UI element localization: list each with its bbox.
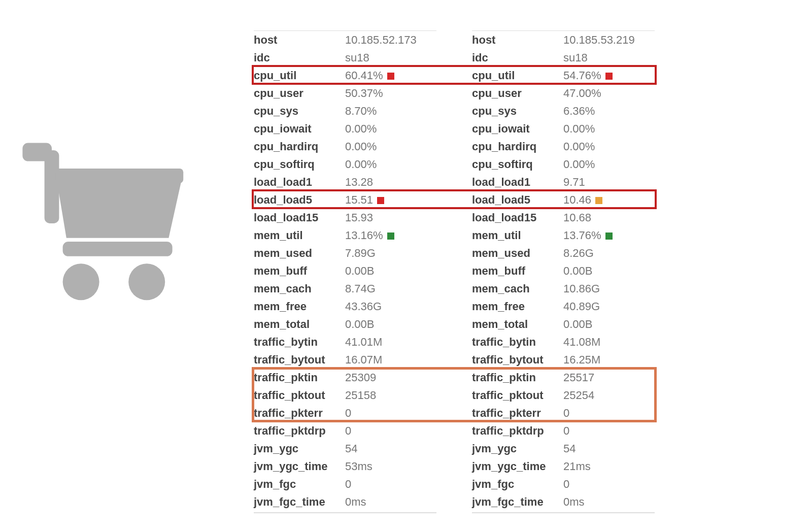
- metric-value-text: 0.00%: [563, 140, 595, 153]
- metric-value: 0.00%: [563, 159, 655, 170]
- metric-value: 10.46: [563, 194, 655, 206]
- status-swatch-icon: [387, 73, 394, 80]
- metric-value: 54: [563, 443, 655, 454]
- metric-row: jvm_fgc_time0ms: [472, 493, 655, 511]
- column-underline: [254, 512, 436, 513]
- metric-key: mem_free: [472, 301, 563, 312]
- metric-row: mem_buff0.00B: [472, 262, 655, 280]
- metric-value-text: 21ms: [563, 460, 591, 473]
- metric-key: traffic_pktin: [254, 372, 345, 383]
- metric-value-text: 10.185.53.219: [563, 34, 635, 46]
- metric-key: idc: [472, 52, 563, 63]
- metric-value-text: 0.00%: [345, 122, 377, 135]
- metric-key: cpu_softirq: [472, 159, 563, 170]
- metric-key: jvm_fgc_time: [472, 496, 563, 508]
- metric-value: 10.68: [563, 212, 655, 223]
- status-swatch-icon: [605, 233, 613, 240]
- metric-key: traffic_pktout: [472, 390, 563, 401]
- metric-key: load_load1: [254, 177, 345, 188]
- metric-value-text: 25517: [563, 371, 594, 384]
- metric-key: traffic_pkterr: [472, 408, 563, 419]
- metric-row: cpu_util54.76%: [472, 67, 655, 84]
- metric-key: mem_used: [472, 248, 563, 259]
- metric-row: host10.185.53.219: [472, 31, 655, 49]
- metric-value: 0: [563, 479, 655, 490]
- metric-row: load_load19.71: [472, 173, 655, 191]
- metric-value: 13.76%: [563, 230, 655, 241]
- metric-value-text: 7.89G: [345, 247, 376, 259]
- metric-value-text: 43.36G: [345, 300, 382, 313]
- metric-key: idc: [254, 52, 345, 63]
- metric-row: traffic_pktout25254: [472, 386, 655, 404]
- status-swatch-icon: [377, 197, 384, 204]
- metric-value-text: 6.36%: [563, 105, 595, 117]
- metric-key: traffic_bytin: [472, 337, 563, 348]
- metric-row: load_load515.51: [254, 191, 436, 209]
- metric-value: su18: [345, 52, 436, 63]
- metric-key: load_load1: [472, 177, 563, 188]
- metric-value: su18: [563, 52, 655, 63]
- metric-value-text: 41.01M: [345, 336, 382, 348]
- metric-key: cpu_softirq: [254, 159, 345, 170]
- metric-value-text: 10.86G: [563, 282, 600, 295]
- metric-value-text: 50.37%: [345, 87, 383, 99]
- metric-value: 15.93: [345, 212, 436, 223]
- metric-key: traffic_pkterr: [254, 408, 345, 419]
- metric-key: cpu_user: [254, 88, 345, 99]
- metric-value: 0: [345, 479, 436, 490]
- metric-value-text: 0: [563, 424, 569, 437]
- metric-value: 25158: [345, 390, 436, 401]
- metric-key: cpu_util: [254, 70, 345, 81]
- metric-key: mem_cach: [472, 283, 563, 294]
- metric-key: traffic_pktdrp: [254, 425, 345, 437]
- metric-row: cpu_hardirq0.00%: [254, 138, 436, 155]
- metric-value-text: 54: [345, 442, 357, 455]
- metric-value: 54: [345, 443, 436, 454]
- metric-row: cpu_sys6.36%: [472, 102, 655, 120]
- metric-value-text: 8.70%: [345, 105, 377, 117]
- metric-row: mem_used7.89G: [254, 244, 436, 262]
- metric-value-text: 60.41%: [345, 69, 383, 82]
- metric-row: cpu_iowait0.00%: [472, 120, 655, 138]
- metric-row: mem_util13.16%: [254, 226, 436, 244]
- metric-row: mem_total0.00B: [472, 315, 655, 333]
- metric-value: 6.36%: [563, 106, 655, 117]
- metrics-column-left: host10.185.52.173idcsu18cpu_util60.41%cp…: [254, 30, 436, 511]
- metric-row: load_load1510.68: [472, 209, 655, 226]
- metric-value: 16.25M: [563, 354, 655, 366]
- metric-key: mem_total: [472, 319, 563, 330]
- metric-value: 0: [563, 408, 655, 419]
- metric-value-text: 0: [563, 407, 569, 419]
- metric-key: cpu_user: [472, 88, 563, 99]
- metric-value: 0ms: [345, 496, 436, 508]
- metric-row: mem_buff0.00B: [254, 262, 436, 280]
- metric-row: jvm_ygc_time21ms: [472, 457, 655, 475]
- metric-key: jvm_ygc: [254, 443, 345, 454]
- metric-key: cpu_iowait: [472, 123, 563, 135]
- metric-key: host: [254, 35, 345, 46]
- metric-key: jvm_ygc: [472, 443, 563, 454]
- metric-value: 43.36G: [345, 301, 436, 312]
- metric-value-text: 16.25M: [563, 353, 600, 366]
- metric-value-text: 0.00%: [563, 122, 595, 135]
- metric-value: 60.41%: [345, 70, 436, 81]
- status-swatch-icon: [605, 73, 613, 80]
- shopping-cart-icon: [15, 132, 198, 315]
- metric-row: cpu_sys8.70%: [254, 102, 436, 120]
- metric-key: cpu_util: [472, 70, 563, 81]
- metric-value: 0.00%: [345, 159, 436, 170]
- metric-key: mem_buff: [472, 266, 563, 277]
- metric-key: mem_util: [472, 230, 563, 241]
- metric-row: traffic_pkterr0: [472, 404, 655, 422]
- metric-key: cpu_hardirq: [472, 141, 563, 152]
- metric-value: 10.185.52.173: [345, 35, 436, 46]
- metric-value-text: 41.08M: [563, 336, 600, 348]
- metric-row: jvm_fgc0: [254, 475, 436, 493]
- metric-key: jvm_fgc: [472, 479, 563, 490]
- metric-key: cpu_hardirq: [254, 141, 345, 152]
- metric-value-text: 13.16%: [345, 229, 383, 242]
- metric-value: 0.00B: [563, 266, 655, 277]
- metric-value: 25254: [563, 390, 655, 401]
- metric-row: traffic_pktout25158: [254, 386, 436, 404]
- metric-value-text: 54.76%: [563, 69, 601, 82]
